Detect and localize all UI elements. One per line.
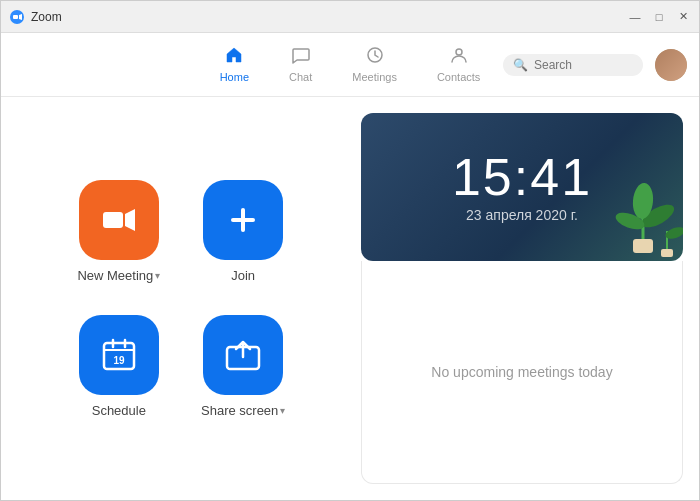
nav-bar: Home Chat Meetings — [1, 33, 699, 97]
svg-text:19: 19 — [113, 355, 125, 366]
schedule-button[interactable]: 19 — [79, 315, 159, 395]
nav-label-chat: Chat — [289, 71, 312, 83]
nav-label-home: Home — [220, 71, 249, 83]
nav-item-chat[interactable]: Chat — [273, 40, 328, 89]
nav-item-home[interactable]: Home — [204, 40, 265, 89]
share-screen-chevron: ▾ — [280, 405, 285, 416]
new-meeting-chevron: ▾ — [155, 270, 160, 281]
new-meeting-button[interactable] — [79, 180, 159, 260]
search-bar[interactable]: 🔍 — [503, 54, 643, 76]
meetings-icon — [366, 46, 384, 69]
main-content: New Meeting ▾ Join — [1, 97, 699, 500]
svg-rect-5 — [103, 212, 123, 228]
action-grid: New Meeting ▾ Join — [77, 180, 286, 418]
avatar[interactable] — [655, 49, 687, 81]
svg-rect-21 — [661, 249, 673, 257]
share-screen-label: Share screen ▾ — [201, 403, 285, 418]
svg-marker-2 — [19, 14, 22, 20]
svg-rect-16 — [633, 239, 653, 253]
action-item-new-meeting[interactable]: New Meeting ▾ — [77, 180, 161, 283]
no-meetings-text: No upcoming meetings today — [431, 364, 612, 380]
title-bar: Zoom — □ ✕ — [1, 1, 699, 33]
plus-icon — [223, 200, 263, 240]
nav-item-contacts[interactable]: Contacts — [421, 40, 496, 89]
search-icon: 🔍 — [513, 58, 528, 72]
join-button[interactable] — [203, 180, 283, 260]
share-screen-button[interactable] — [203, 315, 283, 395]
avatar-image — [655, 49, 687, 81]
clock-date: 23 апреля 2020 г. — [466, 207, 578, 223]
maximize-button[interactable]: □ — [651, 9, 667, 25]
right-panel: 15:41 23 апреля 2020 г. N — [361, 97, 699, 500]
svg-point-4 — [456, 49, 462, 55]
action-item-share-screen[interactable]: Share screen ▾ — [201, 315, 285, 418]
video-icon — [99, 200, 139, 240]
app-title: Zoom — [31, 10, 62, 24]
svg-rect-1 — [13, 15, 18, 19]
window-controls: — □ ✕ — [627, 9, 691, 25]
search-input[interactable] — [534, 58, 633, 72]
clock-time: 15:41 — [452, 151, 592, 203]
schedule-label: Schedule — [92, 403, 146, 418]
meetings-section: No upcoming meetings today — [361, 261, 683, 484]
new-meeting-text: New Meeting — [77, 268, 153, 283]
calendar-icon: 19 — [100, 336, 138, 374]
action-item-join[interactable]: Join — [201, 180, 285, 283]
new-meeting-label: New Meeting ▾ — [77, 268, 160, 283]
plant-decoration — [603, 161, 683, 261]
close-button[interactable]: ✕ — [675, 9, 691, 25]
app-icon — [9, 9, 25, 25]
chat-icon — [292, 46, 310, 69]
share-screen-text: Share screen — [201, 403, 278, 418]
join-text: Join — [231, 268, 255, 283]
nav-items: Home Chat Meetings — [204, 40, 497, 89]
home-icon — [225, 46, 243, 69]
nav-item-meetings[interactable]: Meetings — [336, 40, 413, 89]
minimize-button[interactable]: — — [627, 9, 643, 25]
svg-marker-6 — [125, 209, 135, 231]
left-panel: New Meeting ▾ Join — [1, 97, 361, 500]
nav-label-contacts: Contacts — [437, 71, 480, 83]
join-label: Join — [231, 268, 255, 283]
contacts-icon — [450, 46, 468, 69]
share-icon — [223, 335, 263, 375]
title-bar-left: Zoom — [9, 9, 62, 25]
schedule-text: Schedule — [92, 403, 146, 418]
clock-card: 15:41 23 апреля 2020 г. — [361, 113, 683, 261]
action-item-schedule[interactable]: 19 Schedule — [77, 315, 161, 418]
nav-label-meetings: Meetings — [352, 71, 397, 83]
